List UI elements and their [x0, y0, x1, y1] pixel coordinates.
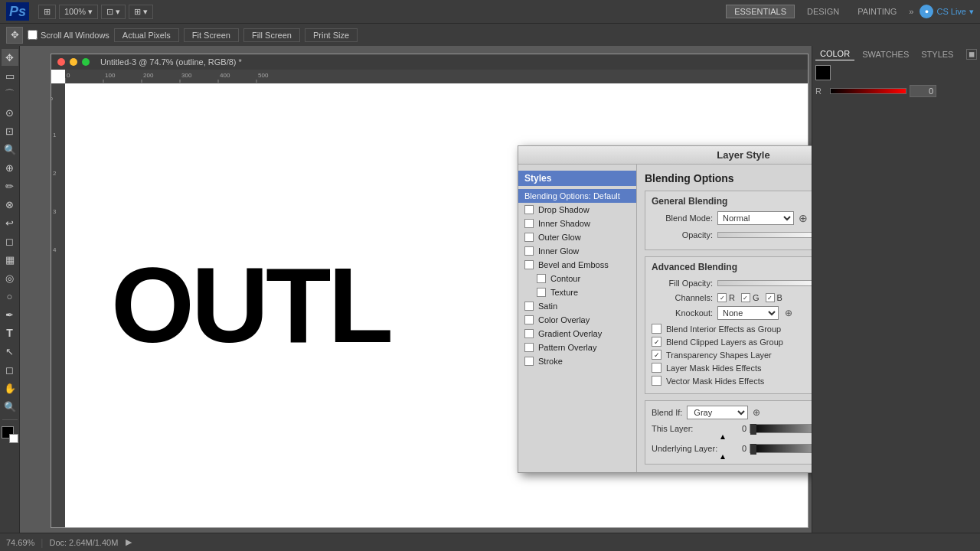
blend-if-dropdown-icon[interactable]: ⊕: [753, 407, 760, 418]
underlying-left-handle[interactable]: [750, 444, 756, 455]
option-color-overlay[interactable]: Color Overlay: [518, 313, 636, 327]
inner-shadow-checkbox[interactable]: [524, 219, 534, 228]
path-select-tool[interactable]: ↖: [2, 343, 18, 360]
eyedropper-tool[interactable]: 🔍: [2, 141, 18, 158]
tab-swatches[interactable]: SWATCHES: [858, 48, 913, 60]
option-inner-shadow[interactable]: Inner Shadow: [518, 217, 636, 230]
status-arrow[interactable]: ▶: [126, 537, 132, 547]
option-satin[interactable]: Satin: [518, 299, 636, 313]
option-outer-glow[interactable]: Outer Glow: [518, 230, 636, 244]
background-color[interactable]: [9, 434, 18, 443]
gradient-overlay-checkbox[interactable]: [524, 329, 534, 338]
brush-tool[interactable]: ✏: [2, 178, 18, 194]
channel-b-checkbox[interactable]: [766, 293, 775, 302]
panel-spacer: [812, 99, 980, 533]
workspace-more[interactable]: »: [909, 7, 913, 16]
channel-g-checkbox[interactable]: [741, 293, 750, 302]
cs-live-arrow[interactable]: ▾: [969, 7, 974, 17]
selection-tool[interactable]: ▭: [2, 67, 18, 84]
color-overlay-checkbox[interactable]: [524, 315, 534, 324]
design-button[interactable]: DESIGN: [801, 5, 845, 18]
contour-checkbox[interactable]: [537, 274, 546, 283]
gradient-tool[interactable]: ▦: [2, 251, 18, 268]
eraser-tool[interactable]: ◻: [2, 233, 18, 249]
zoom-tool[interactable]: 🔍: [2, 398, 18, 415]
panel-collapse-icon[interactable]: ◼: [966, 49, 977, 60]
vector-mask-checkbox[interactable]: [652, 376, 662, 386]
color-panel-icon[interactable]: ◼: [966, 49, 977, 60]
heal-tool[interactable]: ⊕: [2, 159, 18, 176]
crop-tool[interactable]: ⊡: [2, 122, 18, 139]
r-slider[interactable]: [830, 88, 906, 94]
actual-pixels-button[interactable]: Actual Pixels: [114, 28, 179, 42]
blend-interior-checkbox[interactable]: [652, 324, 662, 334]
layer-mask-checkbox[interactable]: [652, 363, 662, 373]
tab-color[interactable]: COLOR: [815, 47, 854, 60]
pen-tool[interactable]: ✒: [2, 306, 18, 323]
satin-checkbox[interactable]: [524, 302, 534, 311]
this-layer-slider[interactable]: [750, 424, 812, 433]
cs-live-label[interactable]: CS Live: [936, 7, 966, 16]
opacity-slider[interactable]: [717, 232, 812, 238]
print-size-button[interactable]: Print Size: [305, 28, 358, 42]
fill-screen-button[interactable]: Fill Screen: [243, 28, 300, 42]
option-stroke[interactable]: Stroke: [518, 354, 636, 368]
channel-r-checkbox[interactable]: [717, 293, 727, 302]
option-inner-glow[interactable]: Inner Glow: [518, 244, 636, 258]
clone-tool[interactable]: ⊗: [2, 196, 18, 213]
option-contour[interactable]: Contour: [518, 272, 636, 285]
outer-glow-checkbox[interactable]: [524, 233, 534, 242]
option-pattern-overlay[interactable]: Pattern Overlay: [518, 341, 636, 354]
lasso-tool[interactable]: ⌒: [2, 86, 18, 103]
pattern-overlay-checkbox[interactable]: [524, 343, 534, 352]
dodge-tool[interactable]: ○: [2, 288, 18, 305]
fill-opacity-slider[interactable]: [717, 280, 812, 286]
minimize-window-button[interactable]: [70, 58, 77, 66]
drop-shadow-checkbox[interactable]: [524, 205, 534, 214]
blur-tool[interactable]: ◎: [2, 269, 18, 286]
inner-glow-checkbox[interactable]: [524, 246, 534, 256]
stroke-checkbox[interactable]: [524, 357, 534, 366]
tab-styles[interactable]: STYLES: [916, 48, 958, 60]
zoom-display[interactable]: 100% ▾: [59, 5, 98, 19]
svg-text:0: 0: [67, 72, 70, 79]
blend-mode-label: Blend Mode:: [652, 214, 713, 223]
essentials-button[interactable]: ESSENTIALS: [726, 5, 795, 18]
texture-checkbox[interactable]: [537, 288, 546, 297]
maximize-window-button[interactable]: [82, 58, 90, 66]
fit-screen-button[interactable]: Fit Screen: [184, 28, 239, 42]
this-layer-left-handle[interactable]: [750, 424, 756, 435]
knockout-dropdown-icon[interactable]: ⊕: [785, 308, 792, 318]
bevel-emboss-checkbox[interactable]: [524, 260, 534, 269]
arrange-button[interactable]: ⊞ ▾: [129, 5, 153, 19]
move-tool-icon[interactable]: ✥: [6, 27, 23, 44]
blend-clipped-checkbox[interactable]: [652, 337, 662, 347]
option-gradient-overlay[interactable]: Gradient Overlay: [518, 327, 636, 341]
option-blending-options[interactable]: Blending Options: Default: [518, 189, 636, 203]
blend-mode-select[interactable]: Normal Multiply Screen Overlay: [717, 211, 794, 225]
blend-if-select[interactable]: Gray Red Green Blue: [687, 406, 748, 419]
knockout-select[interactable]: None Shallow Deep: [717, 306, 779, 320]
foreground-swatch[interactable]: [815, 65, 831, 80]
quick-select-tool[interactable]: ⊙: [2, 104, 18, 121]
hand-tool[interactable]: ✋: [2, 380, 18, 396]
blending-options-label: Blending Options: Default: [524, 191, 620, 201]
move-tool[interactable]: ✥: [2, 49, 18, 66]
transparency-shapes-checkbox[interactable]: [652, 350, 662, 360]
option-drop-shadow[interactable]: Drop Shadow: [518, 203, 636, 217]
close-window-button[interactable]: [57, 58, 65, 66]
view-options-button[interactable]: ⊞: [38, 5, 56, 19]
shape-tool[interactable]: ◻: [2, 361, 18, 378]
option-texture[interactable]: Texture: [518, 285, 636, 299]
canvas-mode[interactable]: ⊡ ▾: [101, 5, 126, 19]
painting-button[interactable]: PAINTING: [851, 5, 903, 18]
r-input[interactable]: [910, 85, 936, 97]
blend-mode-dropdown-icon[interactable]: ⊕: [799, 212, 808, 224]
text-tool[interactable]: T: [2, 324, 18, 341]
underlying-layer-slider[interactable]: [750, 444, 812, 453]
history-tool[interactable]: ↩: [2, 214, 18, 231]
color-swatches[interactable]: [2, 426, 18, 443]
scroll-all-checkbox[interactable]: [28, 30, 38, 40]
option-bevel-emboss[interactable]: Bevel and Emboss: [518, 258, 636, 272]
inner-shadow-label: Inner Shadow: [538, 219, 590, 228]
